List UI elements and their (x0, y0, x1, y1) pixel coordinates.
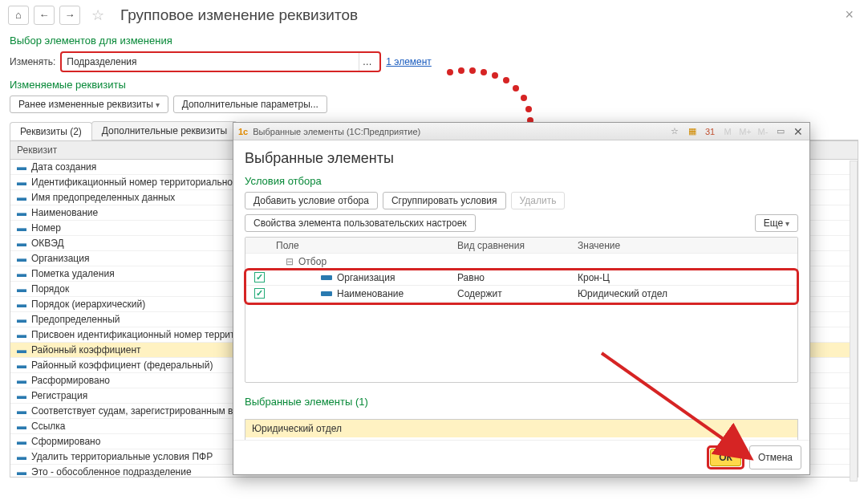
attribute-label: Пометка удаления (31, 268, 115, 279)
attribute-label: Регистрация (31, 390, 87, 401)
selected-elements-dialog: 1c Выбранные элементы (1С:Предприятие) ☆… (233, 122, 810, 475)
change-type-input[interactable]: Подразделения … (60, 51, 381, 72)
attribute-label: ОКВЭД (31, 238, 64, 249)
tab-requisites[interactable]: Реквизиты (2) (10, 122, 92, 140)
close-icon[interactable]: × (838, 5, 860, 25)
tab-additional[interactable]: Дополнительные реквизиты (91, 121, 237, 140)
user-settings-props-button[interactable]: Свойства элемента пользовательских настр… (245, 214, 476, 232)
modal-window-title: Выбранные элементы (1С:Предприятие) (253, 127, 420, 136)
forward-icon[interactable]: → (59, 6, 80, 25)
filter-compare: Содержит (457, 288, 578, 299)
elements-count-link[interactable]: 1 элемент (386, 56, 432, 67)
row-marker-icon: ▬ (17, 314, 31, 325)
m-minus-icon[interactable]: M- (756, 125, 769, 138)
attribute-label: Идентификационный номер территориального (31, 177, 241, 188)
attribute-label: Районный коэффициент (федеральный) (31, 360, 213, 371)
col-value: Значение (578, 240, 797, 251)
col-compare: Вид сравнения (457, 240, 578, 251)
modal-close-icon[interactable]: ✕ (792, 125, 805, 138)
cancel-button[interactable]: Отмена (749, 445, 801, 469)
checkbox-icon[interactable]: ✓ (254, 272, 265, 282)
attribute-label: Имя предопределенных данных (31, 192, 175, 203)
filter-section-title: Условия отбора (245, 175, 798, 187)
attribute-label: Соответствует судам, зарегистрированным … (31, 405, 233, 417)
attribute-label: Наименование (31, 207, 98, 218)
filter-table: Поле Вид сравнения Значение ⊟Отбор ✓Орга… (245, 237, 798, 383)
more-button[interactable]: Еще (755, 214, 798, 232)
attribute-label: Районный коэффициент (31, 344, 141, 356)
attribute-label: Расформировано (31, 375, 110, 386)
row-marker-icon: ▬ (17, 466, 31, 477)
row-marker-icon: ▬ (17, 421, 31, 432)
modal-title: Выбранные элементы (245, 150, 798, 167)
filter-compare: Равно (457, 272, 578, 283)
filter-field: Организация (337, 272, 395, 283)
row-marker-icon: ▬ (17, 375, 31, 386)
attribute-label: Порядок (31, 283, 69, 295)
row-marker-icon: ▬ (17, 390, 31, 401)
selected-elements-subtitle: Выбранные элементы (1) (245, 396, 798, 408)
group-filter-button[interactable]: Сгруппировать условия (383, 192, 506, 209)
attribute-label: Дата создания (31, 161, 96, 173)
row-marker-icon: ▬ (17, 283, 31, 295)
app-logo-icon: 1c (238, 127, 248, 136)
open-picker-icon[interactable]: … (359, 53, 375, 71)
row-marker-icon: ▬ (17, 207, 31, 218)
annotation-red-frame-ok: ОК (707, 445, 744, 469)
row-marker-icon: ▬ (17, 405, 31, 417)
extra-params-button[interactable]: Дополнительные параметры... (173, 96, 327, 113)
change-label: Изменять: (10, 56, 55, 67)
row-marker-icon: ▬ (17, 329, 31, 340)
filter-row[interactable]: ✓ОрганизацияРавноКрон-Ц (245, 270, 797, 286)
home-icon[interactable]: ⌂ (8, 6, 29, 25)
m-icon[interactable]: M (721, 125, 734, 138)
field-type-icon (321, 291, 332, 296)
row-marker-icon: ▬ (17, 451, 31, 462)
row-marker-icon: ▬ (17, 268, 31, 279)
filter-row[interactable]: ✓НаименованиеСодержитЮридический отдел (245, 286, 797, 302)
add-filter-button[interactable]: Добавить условие отбора (245, 192, 378, 209)
attribute-label: Номер (31, 222, 61, 234)
section-attrs-title: Изменяемые реквизиты (0, 74, 868, 94)
selected-elements-list: Юридический отдел (245, 419, 798, 440)
attribute-label: Ссылка (31, 421, 65, 432)
checkbox-icon[interactable]: ✓ (254, 288, 265, 299)
ok-button[interactable]: ОК (710, 449, 741, 466)
back-icon[interactable]: ← (34, 6, 55, 25)
delete-filter-button: Удалить (511, 192, 566, 209)
filter-group-label: Отбор (298, 256, 327, 267)
attribute-label: Организация (31, 253, 89, 264)
favorite-star-icon[interactable]: ☆ (90, 7, 106, 23)
row-marker-icon: ▬ (17, 192, 31, 203)
attribute-label: Удалить территориальные условия ПФР (31, 451, 213, 462)
row-marker-icon: ▬ (17, 253, 31, 264)
row-marker-icon: ▬ (17, 222, 31, 234)
grid-icon[interactable]: ▦ (686, 125, 699, 138)
row-marker-icon: ▬ (17, 299, 31, 310)
row-marker-icon: ▬ (17, 177, 31, 188)
page-title: Групповое изменение реквизитов (120, 6, 358, 24)
attribute-label: Порядок (иерархический) (31, 299, 145, 310)
row-marker-icon: ▬ (17, 344, 31, 356)
prev-changed-button[interactable]: Ранее измененные реквизиты (10, 96, 168, 113)
scrollbar[interactable] (850, 161, 858, 482)
minimize-icon[interactable]: ▭ (774, 125, 787, 138)
row-marker-icon: ▬ (17, 360, 31, 371)
selected-element-item[interactable]: Юридический отдел (245, 420, 797, 437)
attribute-label: Присвоен идентификационный номер террито… (31, 329, 245, 340)
filter-value: Крон-Ц (578, 272, 797, 283)
attribute-label: Сформировано (31, 436, 100, 447)
filter-value: Юридический отдел (578, 288, 797, 299)
calendar-icon[interactable]: 31 (704, 125, 716, 138)
field-type-icon (321, 275, 332, 280)
attribute-label: Это - обособленное подразделение (31, 466, 192, 477)
filter-field: Наименование (337, 288, 404, 299)
change-type-value: Подразделения (67, 56, 136, 67)
section-selection-title: Выбор элементов для изменения (0, 30, 868, 50)
row-marker-icon: ▬ (17, 238, 31, 249)
attribute-label: Предопределенный (31, 314, 120, 325)
row-marker-icon: ▬ (17, 161, 31, 173)
m-plus-icon[interactable]: M+ (739, 125, 752, 138)
row-marker-icon: ▬ (17, 436, 31, 447)
favorite-icon[interactable]: ☆ (668, 125, 681, 138)
